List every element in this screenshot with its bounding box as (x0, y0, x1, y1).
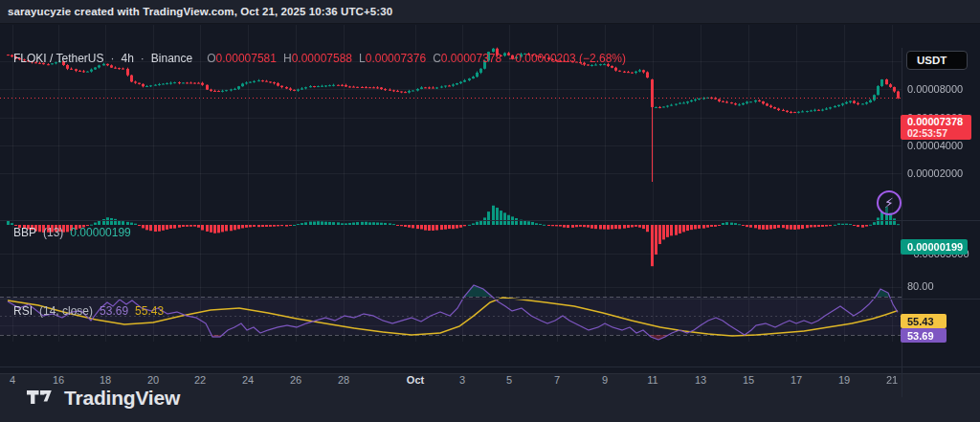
brand-wordmark[interactable]: TradingView (64, 387, 180, 410)
time-tick-label: 20 (147, 374, 159, 386)
chart-canvas[interactable] (0, 24, 980, 373)
high-value: 0.00007588 (292, 52, 352, 65)
rsi-ma-value: 55.43 (135, 304, 164, 318)
change-value: −0.00000203 (−2.68%) (508, 52, 626, 65)
rsi-legend[interactable]: RSI (14, close) 53.69 55.43 (13, 304, 164, 318)
interval-label: 4h (121, 52, 133, 65)
time-tick-label: 28 (338, 374, 349, 386)
lightning-icon: ⚡ (884, 195, 894, 211)
symbol-legend[interactable]: FLOKI / TetherUS · 4h · Binance O0.00007… (13, 52, 626, 65)
time-tick-label: 5 (506, 374, 512, 386)
time-tick-label: 4 (10, 374, 15, 386)
last-price-label: 0.00007378 02:53:57 (901, 115, 971, 140)
attribution-text: sarayucyzie created with TradingView.com… (8, 6, 392, 17)
currency-button[interactable]: USDT (906, 51, 968, 70)
rsi-ma-axis-label: 55.43 (901, 314, 947, 328)
last-price-value: 0.00007378 (907, 116, 971, 127)
legend-dot: · (141, 52, 145, 65)
time-tick-label: 26 (290, 374, 301, 386)
pane-separator[interactable] (0, 299, 980, 300)
time-tick-label: 16 (53, 374, 64, 386)
axis-tick-label: 80.00 (907, 280, 934, 292)
time-tick-label: 15 (743, 374, 754, 386)
exchange-label: Binance (151, 52, 192, 65)
low-letter: L (359, 52, 366, 65)
close-value: 0.00007378 (441, 52, 501, 65)
time-tick-label: 9 (602, 374, 608, 386)
bar-countdown: 02:53:57 (907, 127, 971, 139)
axis-tick-label: 0.00002000 (907, 167, 963, 179)
boost-button[interactable]: ⚡ (877, 190, 902, 215)
time-tick-label: 3 (459, 374, 465, 386)
rsi-value: 53.69 (100, 304, 128, 318)
bbp-legend[interactable]: BBP (13) 0.00000199 (13, 226, 131, 239)
bbp-title: BBP (13, 226, 36, 239)
time-tick-label: 17 (791, 374, 802, 386)
bbp-value: 0.00000199 (70, 226, 130, 239)
time-tick-label: Oct (407, 374, 424, 386)
open-letter: O (207, 52, 215, 65)
time-tick-label: 11 (647, 374, 657, 386)
axis-tick-label: 0.00008000 (907, 83, 963, 95)
close-letter: C (433, 52, 441, 65)
high-letter: H (283, 52, 292, 65)
time-tick-label: 21 (886, 374, 898, 386)
bbp-axis-label: 0.00000199 (901, 239, 968, 255)
tradingview-snapshot: sarayucyzie created with TradingView.com… (0, 0, 980, 422)
open-value: 0.00007581 (216, 52, 277, 65)
axis-tick-label: 0.00004000 (907, 140, 963, 151)
symbol-title: FLOKI / TetherUS (13, 52, 103, 65)
rsi-params: (14, close) (39, 304, 93, 318)
attribution-bar: sarayucyzie created with TradingView.com… (0, 0, 980, 24)
low-value: 0.00007376 (366, 52, 426, 65)
time-tick-label: 24 (242, 374, 254, 386)
time-tick-label: 7 (554, 374, 560, 386)
rsi-title: RSI (13, 304, 33, 318)
tradingview-logo-icon[interactable] (27, 390, 53, 407)
rsi-axis-label: 53.69 (901, 328, 947, 343)
time-tick-label: 19 (838, 374, 850, 386)
time-tick-label: 18 (100, 374, 111, 386)
legend-dot: · (110, 52, 114, 65)
time-tick-label: 22 (194, 374, 206, 386)
bbp-params: (13) (43, 226, 63, 239)
pane-separator[interactable] (0, 220, 980, 221)
pane-separator (0, 366, 980, 367)
chart-area: FLOKI / TetherUS · 4h · Binance O0.00007… (0, 24, 980, 373)
ohlc-values: O0.00007581 H0.00007588 L0.00007376 C0.0… (207, 52, 626, 65)
time-tick-label: 13 (695, 374, 706, 386)
price-axis-separator (902, 48, 902, 397)
